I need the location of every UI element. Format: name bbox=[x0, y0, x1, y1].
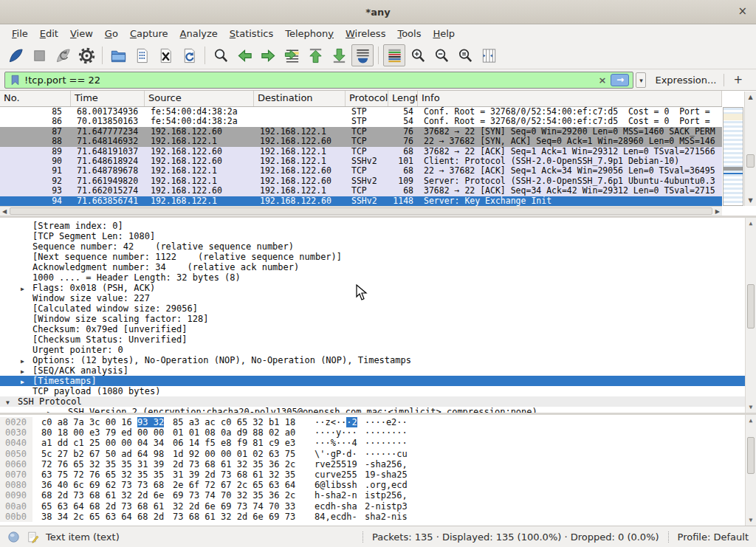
detail-line[interactable]: Sequence number: 42 (relative sequence n… bbox=[0, 241, 756, 252]
go-to-packet-button[interactable] bbox=[281, 44, 303, 66]
detail-line[interactable]: Checksum: 0x79ed [unverified] bbox=[0, 324, 756, 334]
scroll-down-icon[interactable]: ▼ bbox=[746, 517, 756, 523]
expand-icon[interactable]: ▶ bbox=[21, 365, 32, 376]
zoom-in-button[interactable] bbox=[407, 44, 429, 66]
open-file-button[interactable] bbox=[107, 44, 129, 66]
scroll-up-icon[interactable]: ▲ bbox=[745, 94, 756, 100]
close-icon[interactable]: × bbox=[738, 5, 747, 17]
go-first-button[interactable] bbox=[304, 44, 326, 66]
vscroll-thumb[interactable] bbox=[746, 154, 755, 168]
reload-file-button[interactable] bbox=[178, 44, 200, 66]
save-file-button[interactable] bbox=[131, 44, 153, 66]
detail-line[interactable]: [Window size scaling factor: 128] bbox=[0, 314, 756, 324]
go-forward-button[interactable] bbox=[257, 44, 279, 66]
detail-line[interactable]: [Calculated window size: 29056] bbox=[0, 303, 756, 314]
scroll-up-icon[interactable]: ▲ bbox=[746, 220, 756, 227]
column-header-info[interactable]: Info bbox=[418, 91, 722, 106]
column-header-source[interactable]: Source bbox=[145, 91, 254, 106]
menu-statistics[interactable]: Statistics bbox=[224, 26, 279, 41]
packet-row-91[interactable]: 9171.648789678192.168.122.1192.168.122.6… bbox=[0, 166, 722, 176]
zoom-reset-button[interactable] bbox=[454, 44, 476, 66]
start-capture-button[interactable] bbox=[4, 44, 27, 66]
scroll-down-icon[interactable]: ▼ bbox=[746, 404, 756, 410]
menu-help[interactable]: Help bbox=[427, 26, 461, 41]
scroll-right-icon[interactable]: ▶ bbox=[715, 208, 720, 215]
packet-row-93[interactable]: 9371.662015274192.168.122.60192.168.122.… bbox=[0, 186, 722, 196]
hex-row-0060[interactable]: 006072 76 65 32 35 35 31 392d 73 68 61 3… bbox=[0, 459, 756, 469]
detail-line[interactable]: Window size value: 227 bbox=[0, 293, 756, 303]
detail-line[interactable]: ▶[Timestamps] bbox=[0, 376, 756, 386]
go-back-button[interactable] bbox=[233, 44, 255, 66]
packet-row-86[interactable]: 8670.013850163fe:54:00:d4:38:2aSTP54Conf… bbox=[0, 117, 722, 126]
hscroll-thumb[interactable] bbox=[10, 207, 712, 215]
hex-row-00b0[interactable]: 00b038 34 2c 65 63 64 68 2d73 68 61 32 2… bbox=[0, 512, 756, 522]
capture-comment-icon[interactable] bbox=[27, 531, 39, 543]
detail-line[interactable]: [TCP Segment Len: 1080] bbox=[0, 231, 756, 241]
expert-info-icon[interactable] bbox=[7, 531, 20, 543]
add-filter-button[interactable]: + bbox=[733, 73, 743, 86]
scroll-down-icon[interactable]: ▼ bbox=[745, 197, 756, 204]
auto-scroll-button[interactable] bbox=[351, 44, 374, 66]
stop-capture-button[interactable] bbox=[28, 44, 50, 66]
detail-line[interactable]: ▼SSH Protocol bbox=[0, 396, 756, 407]
restart-capture-button[interactable] bbox=[52, 44, 74, 66]
expand-icon[interactable]: ▶ bbox=[47, 407, 68, 413]
filter-field[interactable]: × → bbox=[4, 72, 633, 89]
apply-filter-icon[interactable]: → bbox=[611, 74, 629, 86]
detail-line[interactable]: ▶Options: (12 bytes), No-Operation (NOP)… bbox=[0, 355, 756, 365]
packet-minimap[interactable] bbox=[723, 107, 743, 206]
go-last-button[interactable] bbox=[328, 44, 350, 66]
detail-line[interactable]: [Checksum Status: Unverified] bbox=[0, 334, 756, 345]
packet-list-hscrollbar[interactable]: ◀ ▶ bbox=[0, 206, 722, 216]
packet-row-92[interactable]: 9271.661949820192.168.122.1192.168.122.6… bbox=[0, 176, 722, 186]
expand-icon[interactable]: ▶ bbox=[21, 283, 32, 293]
expression-button[interactable]: Expression... bbox=[655, 75, 716, 86]
menu-view[interactable]: View bbox=[64, 26, 99, 41]
hex-row-0050[interactable]: 00505c 27 b2 67 50 ad 64 981d 92 00 00 0… bbox=[0, 449, 756, 459]
column-header-destination[interactable]: Destination bbox=[254, 91, 346, 106]
packet-row-87[interactable]: 8771.647777234192.168.122.60192.168.122.… bbox=[0, 127, 722, 137]
detail-line[interactable]: ▶[SEQ/ACK analysis] bbox=[0, 365, 756, 376]
packet-row-88[interactable]: 8871.648146932192.168.122.1192.168.122.6… bbox=[0, 137, 722, 146]
column-header-protocol[interactable]: Protocol bbox=[346, 91, 388, 106]
detail-line[interactable]: [Next sequence number: 1122 (relative se… bbox=[0, 252, 756, 262]
expand-icon[interactable]: ▶ bbox=[21, 376, 32, 386]
detail-line[interactable]: TCP payload (1080 bytes) bbox=[0, 386, 756, 396]
expand-icon[interactable]: ▶ bbox=[21, 355, 32, 365]
hex-row-00a0[interactable]: 00a065 63 64 68 2d 73 68 6132 2d 6e 69 7… bbox=[0, 501, 756, 512]
bytes-scroll-thumb[interactable] bbox=[747, 437, 755, 474]
titlebar[interactable]: *any × bbox=[0, 0, 756, 24]
details-vscrollbar[interactable]: ▲ ▼ bbox=[745, 218, 756, 413]
packet-list-vscrollbar[interactable]: ▲ ▼ bbox=[744, 92, 756, 206]
menu-telephony[interactable]: Telephony bbox=[279, 26, 340, 41]
menu-go[interactable]: Go bbox=[99, 26, 124, 41]
details-scroll-thumb[interactable] bbox=[747, 284, 755, 328]
menu-wireless[interactable]: Wireless bbox=[340, 26, 391, 41]
bytes-vscrollbar[interactable]: ▲ ▼ bbox=[745, 415, 756, 526]
detail-line[interactable]: Acknowledgment number: 34 (relative ack … bbox=[0, 262, 756, 272]
detail-line[interactable]: ▶Flags: 0x018 (PSH, ACK) bbox=[0, 283, 756, 293]
column-header-time[interactable]: Time bbox=[71, 91, 145, 106]
filter-input[interactable] bbox=[24, 75, 594, 86]
hex-row-0020[interactable]: 0020c0 a8 7a 3c 00 16 93 3285 a3 ac c0 6… bbox=[0, 417, 756, 427]
hex-row-0080[interactable]: 008036 40 6c 69 62 73 73 682e 6f 72 67 2… bbox=[0, 480, 756, 490]
packet-row-85[interactable]: 8568.001734936fe:54:00:d4:38:2aSTP54Conf… bbox=[0, 107, 722, 117]
packet-row-90[interactable]: 9071.648618924192.168.122.60192.168.122.… bbox=[0, 156, 722, 166]
detail-line[interactable]: 1000 .... = Header Length: 32 bytes (8) bbox=[0, 272, 756, 283]
profile-button[interactable]: Profile: Default bbox=[678, 531, 749, 543]
clear-filter-icon[interactable]: × bbox=[594, 75, 611, 86]
packet-row-89[interactable]: 8971.648191037192.168.122.60192.168.122.… bbox=[0, 147, 722, 156]
close-file-button[interactable] bbox=[154, 44, 176, 66]
scroll-left-icon[interactable]: ◀ bbox=[2, 208, 7, 215]
resize-columns-button[interactable] bbox=[478, 44, 500, 66]
menu-analyze[interactable]: Analyze bbox=[174, 26, 224, 41]
hex-row-0030[interactable]: 003080 18 00 e3 79 ed 00 0001 01 08 0a d… bbox=[0, 427, 756, 438]
menu-file[interactable]: File bbox=[6, 26, 34, 41]
collapse-icon[interactable]: ▼ bbox=[6, 396, 18, 407]
packet-row-94[interactable]: 9471.663856741192.168.122.1192.168.122.6… bbox=[0, 196, 722, 206]
scroll-up-icon[interactable]: ▲ bbox=[746, 417, 756, 424]
menu-edit[interactable]: Edit bbox=[34, 26, 64, 41]
hex-row-0040[interactable]: 0040a1 dd c1 25 00 00 04 3406 14 f5 e8 f… bbox=[0, 438, 756, 448]
menu-tools[interactable]: Tools bbox=[391, 26, 427, 41]
bookmark-icon[interactable] bbox=[10, 75, 21, 86]
